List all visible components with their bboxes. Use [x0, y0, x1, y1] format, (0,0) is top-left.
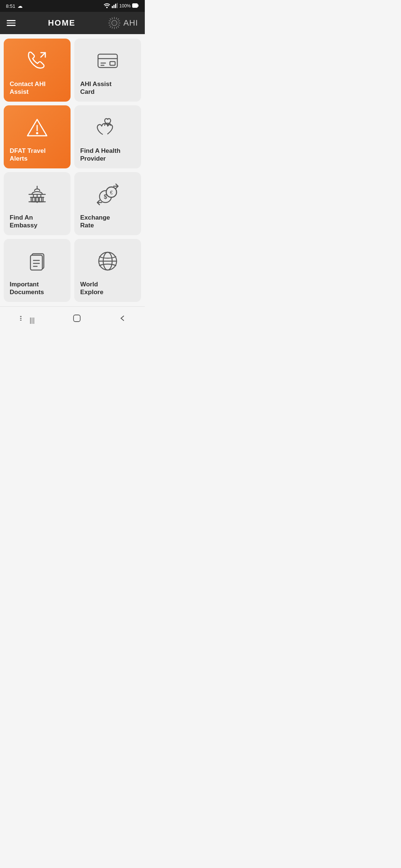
logo-text: AHI — [123, 18, 138, 28]
card-label-exchange: ExchangeRate — [80, 214, 110, 230]
card-label-health: Find A HealthProvider — [80, 147, 120, 163]
card-label-ahi-card: AHI AssistCard — [80, 80, 111, 96]
svg-rect-32 — [33, 197, 35, 202]
svg-line-11 — [110, 19, 111, 20]
svg-line-14 — [110, 26, 111, 27]
svg-rect-33 — [39, 197, 42, 202]
main-grid: Contact AHIAssist AHI AssistCard DFAT Tr… — [0, 34, 145, 306]
card-find-health-provider[interactable]: Find A HealthProvider — [74, 105, 141, 168]
svg-line-15 — [112, 17, 113, 19]
svg-line-24 — [41, 53, 45, 57]
card-contact-ahi-assist[interactable]: Contact AHIAssist — [4, 39, 71, 102]
home-button[interactable] — [65, 312, 88, 327]
documents-icon — [10, 246, 65, 277]
phone-forward-icon — [10, 45, 65, 76]
svg-line-20 — [118, 21, 120, 21]
alert-triangle-icon — [10, 112, 65, 143]
back-button[interactable] — [112, 312, 133, 327]
svg-rect-27 — [110, 62, 115, 65]
signal-icon — [112, 3, 118, 9]
svg-line-16 — [116, 27, 117, 29]
sun-icon — [108, 16, 121, 30]
svg-rect-3 — [115, 4, 116, 8]
svg-rect-49 — [30, 255, 42, 270]
ahi-logo: AHI — [108, 16, 138, 30]
time-display: 8:51 — [6, 3, 15, 9]
card-important-documents[interactable]: ImportantDocuments — [4, 239, 71, 302]
card-label-embassy: Find AnEmbassy — [10, 214, 38, 230]
card-label-documents: ImportantDocuments — [10, 280, 44, 296]
battery-display: 100% — [119, 3, 131, 9]
status-bar: 8:51 ☁ 100% — [0, 0, 145, 12]
card-ahi-assist-card[interactable]: AHI AssistCard — [74, 39, 141, 102]
battery-icon — [132, 3, 139, 9]
card-find-embassy[interactable]: Find AnEmbassy — [4, 172, 71, 235]
cloud-icon: ☁ — [17, 3, 23, 9]
card-exchange-rate[interactable]: $ € ExchangeRate — [74, 172, 141, 235]
page-title: HOME — [48, 18, 75, 28]
card-icon — [80, 45, 135, 76]
svg-line-13 — [118, 19, 119, 20]
card-dfat-travel-alerts[interactable]: DFAT TravelAlerts — [4, 105, 71, 168]
svg-rect-5 — [133, 3, 138, 7]
currency-icon: $ € — [80, 179, 135, 210]
svg-point-23 — [112, 20, 117, 26]
health-hands-icon — [80, 112, 135, 143]
svg-rect-6 — [138, 4, 138, 7]
svg-point-31 — [37, 132, 38, 134]
card-label-dfat: DFAT TravelAlerts — [10, 147, 46, 163]
bottom-navigation: ||| — [0, 306, 145, 334]
status-left: 8:51 ☁ — [6, 3, 23, 9]
recent-apps-button[interactable]: ||| — [12, 312, 42, 327]
svg-line-22 — [116, 17, 117, 19]
wifi-icon — [104, 3, 110, 9]
card-label-world: WorldExplore — [80, 280, 103, 296]
svg-rect-1 — [112, 6, 113, 8]
svg-rect-34 — [36, 197, 38, 202]
card-world-explore[interactable]: WorldExplore — [74, 239, 141, 302]
card-label-contact: Contact AHIAssist — [10, 80, 46, 96]
svg-line-19 — [109, 25, 111, 25]
menu-button[interactable] — [7, 20, 16, 26]
app-header: HOME AH — [0, 12, 145, 34]
globe-icon — [80, 246, 135, 277]
svg-line-12 — [118, 26, 119, 27]
svg-rect-4 — [117, 3, 118, 8]
svg-rect-2 — [114, 5, 115, 8]
svg-rect-59 — [74, 315, 80, 322]
svg-line-21 — [112, 27, 113, 29]
svg-text:€: € — [110, 190, 113, 195]
svg-line-18 — [118, 25, 120, 25]
status-right: 100% — [104, 3, 139, 9]
svg-line-17 — [109, 21, 111, 21]
embassy-icon — [10, 179, 65, 210]
svg-point-0 — [106, 7, 108, 8]
